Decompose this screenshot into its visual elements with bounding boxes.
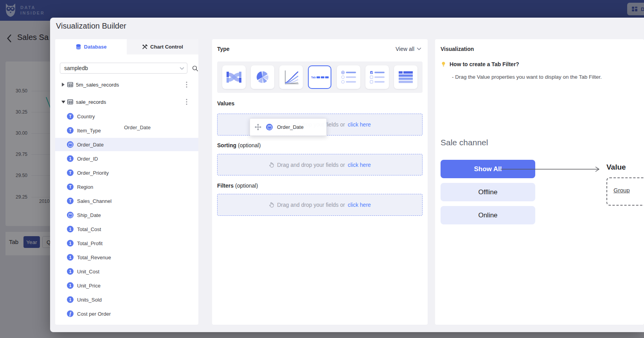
number-type-icon: 1 bbox=[67, 240, 74, 247]
text-type-icon: T bbox=[67, 198, 74, 204]
chart-type-radio-list[interactable] bbox=[337, 65, 360, 89]
drag-hand-icon bbox=[269, 162, 274, 168]
lightbulb-icon bbox=[441, 61, 446, 67]
text-type-icon: T bbox=[67, 113, 74, 120]
sankey-icon bbox=[225, 69, 243, 86]
sorting-section-label: Sorting(optional) bbox=[217, 142, 261, 148]
tab-filter-icon: Tab bbox=[311, 76, 329, 79]
number-type-icon: 1 bbox=[67, 268, 74, 275]
tools-icon bbox=[142, 44, 148, 50]
visualization-preview-panel: Visualization How to create a Tab Filter… bbox=[435, 39, 644, 325]
dashboard-icon bbox=[631, 6, 638, 12]
pie-chart-icon bbox=[254, 69, 271, 86]
field-row-country[interactable]: T Country bbox=[55, 110, 198, 123]
field-row-unit-price[interactable]: 1 Unit_Price bbox=[55, 279, 198, 292]
screen: Sales Sa 30.50 30.25 30.00 29.75 29.50 2… bbox=[0, 0, 644, 338]
tab-chart-control[interactable]: Chart Control bbox=[127, 39, 198, 54]
values-section-label: Values bbox=[217, 100, 234, 107]
app-logo[interactable]: DATA INSIDER bbox=[4, 2, 45, 18]
move-icon bbox=[254, 123, 262, 131]
field-row-order-id[interactable]: 1 Order_ID bbox=[55, 152, 198, 165]
number-type-icon: 1 bbox=[67, 296, 74, 303]
field-row-sales-channel[interactable]: T Sales_Channel bbox=[55, 194, 198, 208]
number-type-icon: 1 bbox=[67, 155, 74, 162]
function-type-icon: f bbox=[67, 311, 74, 317]
line-chart-icon bbox=[282, 69, 300, 86]
sorting-dropzone[interactable]: Drag and drop your fields or click here bbox=[217, 154, 423, 175]
table-chart-icon bbox=[397, 69, 414, 86]
chart-type-line[interactable] bbox=[279, 65, 303, 89]
dropzone-placeholder: Drag and drop your fields or bbox=[277, 162, 345, 168]
text-type-icon: T bbox=[67, 127, 74, 134]
kebab-menu-icon[interactable] bbox=[186, 81, 187, 88]
radio-list-icon bbox=[340, 69, 357, 86]
chevron-down-icon[interactable] bbox=[180, 67, 184, 70]
field-row-total-revenue[interactable]: 1 Total_Revenue bbox=[55, 251, 198, 264]
field-row-units-sold[interactable]: 1 Units_Sold bbox=[55, 293, 198, 306]
field-row-order-date[interactable]: Order_Date bbox=[55, 138, 198, 151]
field-row-cost-per-order[interactable]: f Cost per Order bbox=[55, 307, 198, 320]
click-here-link[interactable]: click here bbox=[348, 162, 371, 168]
table-row-sale-records[interactable]: sale_records bbox=[55, 95, 198, 109]
number-type-icon: 1 bbox=[67, 226, 74, 233]
filter-option-offline[interactable]: Offline bbox=[441, 183, 535, 201]
field-row-unit-cost[interactable]: 1 Unit_Cost bbox=[55, 265, 198, 278]
view-all-label: View all bbox=[396, 46, 414, 52]
type-section-label: Type bbox=[217, 46, 230, 52]
date-type-icon bbox=[266, 124, 273, 130]
table-name: 5m_sales_records bbox=[76, 82, 119, 88]
builder-panel: Type View all bbox=[212, 39, 428, 325]
kebab-menu-icon[interactable] bbox=[186, 99, 187, 105]
database-select-input[interactable] bbox=[60, 63, 187, 74]
filters-dropzone[interactable]: Drag and drop your fields or click here bbox=[217, 194, 423, 216]
chart-type-sankey[interactable] bbox=[222, 65, 246, 89]
date-type-icon bbox=[67, 141, 74, 148]
view-all-dropdown[interactable]: View all bbox=[396, 46, 421, 52]
caret-down-icon[interactable] bbox=[61, 100, 65, 103]
date-type-icon bbox=[67, 212, 74, 219]
text-type-icon: T bbox=[67, 184, 74, 190]
left-panel-tabbar: Database Chart Control bbox=[55, 39, 198, 54]
dropzone-placeholder: Drag and drop your fields or bbox=[277, 202, 345, 208]
chart-type-table[interactable] bbox=[394, 65, 417, 89]
drag-hand-icon bbox=[269, 202, 274, 208]
number-type-icon: 1 bbox=[67, 254, 74, 261]
annotation-value-label: Value bbox=[606, 163, 626, 172]
chart-type-pie[interactable] bbox=[251, 65, 274, 89]
table-icon bbox=[67, 82, 73, 88]
annotation-group-label[interactable]: Group bbox=[613, 187, 630, 193]
table-name: sale_records bbox=[76, 99, 106, 105]
chart-type-tab-filter-selected[interactable]: Tab bbox=[308, 65, 331, 89]
text-type-icon: T bbox=[67, 170, 74, 176]
tab-database-label: Database bbox=[84, 44, 107, 50]
dashboard-nav-button[interactable]: D bbox=[627, 3, 644, 15]
tip-title: How to create a Tab Filter? bbox=[450, 61, 519, 67]
tip-body: - Drag the Value properties you want to … bbox=[452, 74, 602, 80]
click-here-link[interactable]: click here bbox=[348, 202, 371, 208]
filters-section-label: Filters(optional) bbox=[217, 183, 258, 189]
checkbox-list-icon bbox=[369, 69, 386, 86]
field-row-total-cost[interactable]: 1 Total_Cost bbox=[55, 222, 198, 236]
number-type-icon: 1 bbox=[67, 282, 74, 289]
field-row-total-profit[interactable]: 1 Total_Profit bbox=[55, 237, 198, 250]
click-here-link[interactable]: click here bbox=[348, 121, 371, 128]
annotation-group-box: Group bbox=[606, 177, 644, 206]
modal-title: Visualization Builder bbox=[56, 22, 126, 31]
drag-ghost-chip: Order_Date bbox=[250, 118, 327, 136]
chevron-down-icon bbox=[417, 47, 421, 51]
filter-option-online[interactable]: Online bbox=[441, 206, 535, 224]
drag-chip-label: Order_Date bbox=[277, 124, 304, 130]
drag-source-ghost-label: Order_Date bbox=[124, 125, 151, 130]
field-row-order-priority[interactable]: T Order_Priority bbox=[55, 166, 198, 179]
visualization-builder-modal: Visualization Builder Database bbox=[50, 18, 644, 332]
field-row-ship-date[interactable]: Ship_Date bbox=[55, 208, 198, 222]
field-row-region[interactable]: T Region bbox=[55, 180, 198, 193]
tab-database[interactable]: Database bbox=[55, 39, 127, 54]
search-icon[interactable] bbox=[192, 65, 198, 72]
table-row-5m-sales-records[interactable]: 5m_sales_records bbox=[55, 78, 198, 92]
chart-type-checkbox-list[interactable] bbox=[365, 65, 389, 89]
caret-right-icon[interactable] bbox=[61, 83, 65, 87]
database-panel: Database Chart Control bbox=[55, 39, 198, 325]
app-name: DATA INSIDER bbox=[20, 5, 45, 16]
table-icon bbox=[67, 99, 73, 105]
